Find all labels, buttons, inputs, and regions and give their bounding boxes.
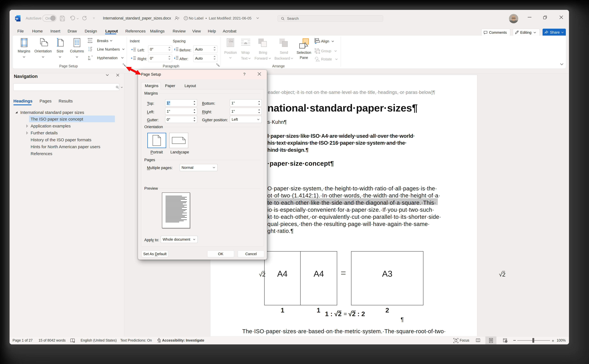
svg-text:bc: bc (88, 58, 91, 61)
svg-text:2: 2 (386, 306, 389, 314)
svg-text:A4: A4 (314, 269, 324, 279)
svg-text:√2 : 2: √2 : 2 (348, 310, 365, 318)
svg-text:A3: A3 (382, 269, 392, 279)
svg-text:2: 2 (88, 49, 90, 51)
svg-text:√2: √2 (259, 271, 265, 278)
svg-text:1: 1 (281, 306, 284, 314)
svg-text:?: ? (185, 17, 186, 20)
svg-text:√2: √2 (499, 271, 505, 278)
svg-text:1: 1 (317, 306, 320, 314)
svg-text:1: 1 (88, 46, 90, 49)
svg-text:=: = (341, 268, 346, 278)
svg-text:W: W (15, 17, 18, 20)
svg-text:a-: a- (88, 55, 90, 58)
svg-text:=: = (344, 311, 347, 317)
svg-text:1 : √2: 1 : √2 (325, 310, 341, 318)
svg-text:A4: A4 (277, 269, 288, 279)
